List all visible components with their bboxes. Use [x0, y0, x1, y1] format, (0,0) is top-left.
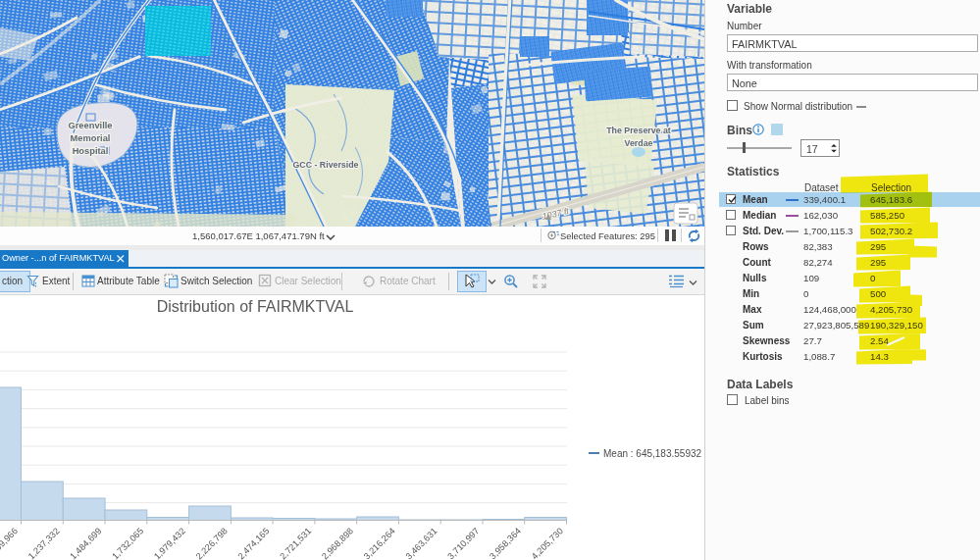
svg-text:3,958,364: 3,958,364 — [488, 526, 523, 560]
svg-text:2,968,898: 2,968,898 — [320, 526, 355, 560]
svg-text:4,205,730: 4,205,730 — [530, 526, 565, 560]
svg-text:GCC - Riverside: GCC - Riverside — [293, 160, 359, 170]
svg-text:2,226,798: 2,226,798 — [194, 526, 230, 560]
svg-text:989,966: 989,966 — [0, 526, 20, 556]
svg-text:3,710,997: 3,710,997 — [445, 526, 481, 560]
svg-text:3,463,631: 3,463,631 — [404, 526, 439, 560]
svg-text:Greenville: Greenville — [69, 121, 113, 130]
svg-text:Hospital: Hospital — [73, 146, 109, 156]
svg-text:2,721,531: 2,721,531 — [278, 526, 313, 560]
svg-text:1,979,432: 1,979,432 — [152, 526, 187, 560]
svg-text:Memorial: Memorial — [71, 133, 111, 143]
svg-text:Verdae: Verdae — [625, 138, 653, 148]
svg-text:1,237,332: 1,237,332 — [26, 526, 62, 560]
svg-text:1,484,699: 1,484,699 — [68, 526, 103, 560]
svg-text:The Preserve at: The Preserve at — [606, 126, 671, 135]
svg-text:Mean : 645,183.55932: Mean : 645,183.55932 — [603, 448, 702, 459]
svg-text:1,732,065: 1,732,065 — [110, 526, 145, 560]
svg-text:2,474,165: 2,474,165 — [236, 526, 272, 560]
svg-text:3,216,264: 3,216,264 — [362, 526, 397, 560]
